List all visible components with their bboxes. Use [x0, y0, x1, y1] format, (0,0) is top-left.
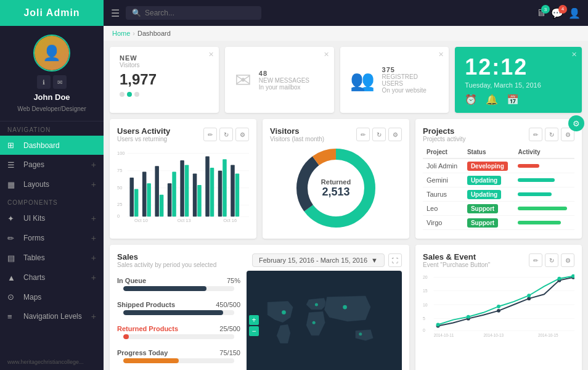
status-badge: Support — [467, 204, 498, 213]
svg-text:0: 0 — [117, 213, 120, 219]
sales-progress-bar — [123, 334, 234, 339]
svg-point-57 — [467, 315, 470, 319]
message-info: 48 NEW MESSAGES In your mailbox — [259, 70, 309, 91]
users-icon: 👥 — [350, 68, 375, 92]
svg-text:15: 15 — [423, 289, 428, 293]
close-button[interactable]: ✕ — [208, 51, 214, 59]
svg-rect-12 — [142, 172, 147, 217]
panel-subtitle: Visitors (last month) — [270, 136, 324, 142]
profile-mail-button[interactable]: ✉ — [53, 75, 67, 89]
profile-info-button[interactable]: ℹ — [37, 75, 51, 89]
sidebar-item-pages[interactable]: ☰ Pages + — [0, 155, 104, 175]
svg-rect-13 — [147, 183, 151, 216]
sidebar-item-label: UI Kits — [23, 214, 91, 223]
panel-title: Users Activity — [117, 126, 170, 136]
fullscreen-button[interactable]: ⛶ — [388, 253, 402, 267]
clock-icon[interactable]: ⏰ — [465, 94, 477, 105]
map-zoom-in-button[interactable]: + — [249, 315, 259, 325]
col-project: Project — [423, 146, 463, 158]
sidebar-item-label: Forms — [23, 234, 91, 242]
project-activity — [514, 202, 574, 216]
edit-button[interactable]: ✏ — [203, 128, 217, 141]
settings-gear-button[interactable]: ⚙ — [568, 115, 584, 131]
sidebar-item-charts[interactable]: ▲ Charts + — [0, 268, 104, 287]
sidebar-item-nav-levels[interactable]: ≡ Navigation Levels + — [0, 306, 104, 326]
panel-title: Visitors — [270, 126, 324, 136]
messages-icon[interactable]: 💬 4 — [551, 7, 563, 19]
sidebar-item-forms[interactable]: ✏ Forms + — [0, 228, 104, 248]
sales-stats-list: In Queue 75% Shipped Products 450/500 Re… — [117, 277, 240, 368]
svg-rect-27 — [235, 173, 240, 216]
close-button[interactable]: ✕ — [324, 51, 329, 59]
dot1 — [120, 92, 125, 97]
svg-point-59 — [527, 294, 531, 297]
settings-button[interactable]: ⚙ — [388, 128, 402, 141]
sales-stat-header: In Queue 75% — [117, 277, 240, 284]
svg-text:25: 25 — [117, 202, 122, 207]
settings-button[interactable]: ⚙ — [235, 128, 249, 141]
sidebar-item-label: Charts — [23, 273, 91, 282]
project-name: Joli Admin — [423, 158, 463, 173]
sidebar-item-layouts[interactable]: ▦ Layouts + — [0, 175, 104, 194]
refresh-button[interactable]: ↻ — [545, 253, 558, 267]
svg-point-35 — [282, 310, 286, 314]
sidebar-item-tables[interactable]: ▤ Tables + — [0, 248, 104, 268]
status-badge: Support — [467, 218, 498, 228]
project-status: Developing — [463, 158, 515, 173]
sales-bar-fill — [123, 334, 129, 339]
settings-button[interactable]: ⚙ — [561, 253, 574, 267]
menu-button[interactable]: ☰ — [111, 7, 120, 19]
sidebar-item-dashboard[interactable]: ⊞ Dashboard — [0, 136, 104, 155]
sales-stat-label: Progress Today — [117, 349, 168, 356]
svg-rect-18 — [180, 160, 184, 216]
bell-icon[interactable]: 🔔 — [486, 94, 498, 105]
panel-title-group: Users Activity Users vs returning — [117, 126, 170, 142]
table-row: Virgo Support — [423, 216, 574, 230]
project-status: Support — [463, 202, 515, 216]
expand-icon: + — [91, 213, 96, 223]
panel-title: Sales — [117, 252, 216, 261]
project-name: Leo — [423, 202, 463, 216]
calendar-icon[interactable]: 📅 — [507, 94, 519, 105]
search-box[interactable]: 🔍 — [126, 6, 261, 20]
close-button[interactable]: ✕ — [571, 51, 577, 59]
notifications-icon[interactable]: 🖥 3 — [536, 7, 546, 18]
panel-subtitle: Users vs returning — [117, 136, 170, 142]
expand-icon: + — [91, 311, 96, 321]
edit-button[interactable]: ✏ — [529, 253, 542, 267]
svg-text:10: 10 — [423, 303, 428, 307]
panel-actions: ✏ ↻ ⚙ — [203, 128, 249, 141]
edit-button[interactable]: ✏ — [529, 128, 542, 141]
date-range-picker[interactable]: February 15, 2016 - March 15, 2016 ▼ — [252, 253, 385, 267]
map-controls: + − — [249, 315, 259, 336]
panel-title-group: Sales Sales activity by period you selec… — [117, 252, 216, 268]
map-zoom-out-button[interactable]: − — [249, 326, 259, 336]
refresh-button[interactable]: ↻ — [372, 128, 386, 141]
sidebar-item-maps[interactable]: ⊙ Maps — [0, 287, 104, 306]
bottom-row: Sales Sales activity by period you selec… — [110, 245, 582, 370]
close-button[interactable]: ✕ — [438, 51, 444, 59]
breadcrumb-home[interactable]: Home — [112, 30, 130, 37]
user-name: John Doe — [33, 92, 70, 102]
project-status: Updating — [463, 187, 515, 202]
forms-icon: ✏ — [7, 234, 18, 243]
topbar: ☰ 🔍 🖥 3 💬 4 👤 — [104, 0, 588, 26]
edit-button[interactable]: ✏ — [356, 128, 370, 141]
topbar-icons: 🖥 3 💬 4 👤 — [536, 7, 581, 19]
projects-table: Project Status Activity Joli Admin Devel… — [423, 146, 574, 230]
user-icon[interactable]: 👤 — [568, 7, 581, 19]
svg-rect-15 — [160, 195, 164, 216]
refresh-button[interactable]: ↻ — [219, 128, 233, 141]
sidebar-item-ui-kits[interactable]: ✦ UI Kits + — [0, 208, 104, 228]
svg-text:2014-10-13: 2014-10-13 — [483, 333, 504, 337]
refresh-button[interactable]: ↻ — [545, 128, 558, 141]
sales-stat-value: 450/500 — [216, 301, 240, 308]
svg-text:Oct 13: Oct 13 — [178, 218, 191, 223]
breadcrumb-separator: › — [133, 30, 135, 37]
donut-center-label: Returned 2,513 — [321, 178, 351, 199]
project-activity — [514, 158, 574, 173]
search-input[interactable] — [145, 9, 255, 17]
sales-panel: Sales Sales activity by period you selec… — [110, 245, 409, 370]
svg-rect-20 — [193, 173, 197, 216]
svg-text:50: 50 — [117, 185, 122, 191]
